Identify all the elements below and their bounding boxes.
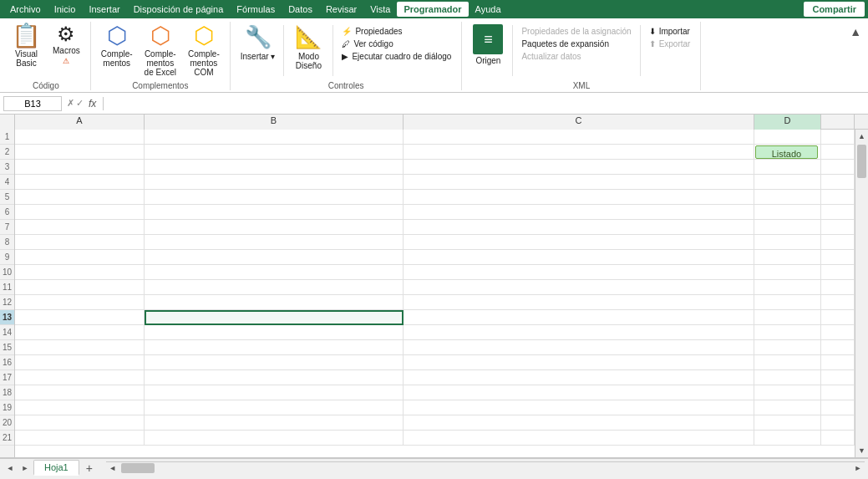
cell-reference-input[interactable] [3,96,62,111]
cell-C8[interactable] [404,235,754,249]
menu-datos[interactable]: Datos [282,2,319,17]
cell-extra-21[interactable] [821,431,855,445]
cell-C1[interactable] [404,130,754,145]
cell-D15[interactable] [754,340,821,354]
cell-B2[interactable] [145,145,404,160]
col-header-A[interactable]: A [15,115,145,130]
row-num-5[interactable]: 5 [0,190,14,205]
row-num-17[interactable]: 17 [0,370,14,385]
scrollbar-up-button[interactable]: ▲ [855,130,868,143]
cell-extra-8[interactable] [821,235,855,249]
ejecutar-button[interactable]: ▶ Ejecutar cuadro de diálogo [337,50,456,63]
share-button[interactable]: Compartir [804,2,865,17]
cell-D8[interactable] [754,235,821,249]
macros-button[interactable]: ⚙ Macros ⚠ [48,22,85,68]
cell-extra-3[interactable] [821,160,855,174]
scrollbar-down-button[interactable]: ▼ [855,444,868,457]
cell-extra-6[interactable] [821,205,855,219]
cell-D20[interactable] [754,415,821,430]
cell-B17[interactable] [145,370,404,385]
cell-A19[interactable] [15,400,145,415]
ribbon-collapse-button[interactable]: ▲ [846,23,865,40]
cell-extra-13[interactable] [821,310,855,325]
cell-C19[interactable] [404,400,754,415]
cell-extra-20[interactable] [821,415,855,430]
row-num-12[interactable]: 12 [0,295,14,310]
cell-C20[interactable] [404,415,754,430]
menu-insertar[interactable]: Insertar [82,2,126,17]
sheet-tab-hoja1[interactable]: Hoja1 [33,460,79,476]
cell-extra-2[interactable] [821,145,855,160]
cell-B14[interactable] [145,325,404,339]
row-num-10[interactable]: 10 [0,265,14,280]
h-scroll-left-button[interactable]: ◄ [106,462,119,475]
cell-C6[interactable] [404,205,754,219]
cell-D21[interactable] [754,431,821,445]
row-num-4[interactable]: 4 [0,175,14,190]
cell-A9[interactable] [15,250,145,264]
cell-A3[interactable] [15,160,145,174]
cell-A13[interactable] [15,310,145,325]
cell-C18[interactable] [404,385,754,400]
row-num-19[interactable]: 19 [0,400,14,415]
propiedades-button[interactable]: ⚡ Propiedades [337,25,456,38]
cell-A12[interactable] [15,295,145,309]
cell-A10[interactable] [15,265,145,279]
col-header-B[interactable]: B [145,115,404,130]
cell-D12[interactable] [754,295,821,309]
cell-C15[interactable] [404,340,754,354]
cell-extra-14[interactable] [821,325,855,339]
cell-A15[interactable] [15,340,145,354]
cell-extra-1[interactable] [821,130,855,145]
row-num-13[interactable]: 13 [0,310,14,325]
cell-D19[interactable] [754,400,821,415]
cell-D16[interactable] [754,355,821,369]
row-num-3[interactable]: 3 [0,160,14,175]
vertical-scrollbar[interactable]: ▲ ▼ [855,130,868,457]
cell-D5[interactable] [754,190,821,204]
paquetes-expansion-button[interactable]: Paquetes de expansión [516,38,636,50]
cell-B7[interactable] [145,220,404,234]
importar-button[interactable]: ⬇ Importar [644,25,696,38]
cell-B21[interactable] [145,431,404,445]
row-num-8[interactable]: 8 [0,235,14,250]
row-num-9[interactable]: 9 [0,250,14,265]
cell-extra-9[interactable] [821,250,855,264]
cell-D18[interactable] [754,385,821,400]
row-num-1[interactable]: 1 [0,130,14,145]
cell-C17[interactable] [404,370,754,385]
row-num-14[interactable]: 14 [0,325,14,340]
cell-A5[interactable] [15,190,145,204]
complementos-excel-button[interactable]: ⬡ Comple-mentosde Excel [140,22,181,79]
cell-extra-11[interactable] [821,280,855,294]
cell-extra-10[interactable] [821,265,855,279]
cell-D11[interactable] [754,280,821,294]
cell-D9[interactable] [754,250,821,264]
col-header-C[interactable]: C [404,115,754,130]
cell-A20[interactable] [15,415,145,430]
complementos-button[interactable]: ⬡ Comple-mentos [96,22,138,70]
cell-B9[interactable] [145,250,404,264]
cell-C9[interactable] [404,250,754,264]
cell-D10[interactable] [754,265,821,279]
horizontal-scrollbar[interactable]: ◄ ► [106,461,865,475]
cell-A21[interactable] [15,431,145,445]
menu-ayuda[interactable]: Ayuda [469,2,508,17]
h-scroll-right-button[interactable]: ► [851,462,865,475]
cell-B4[interactable] [145,175,404,189]
menu-inicio[interactable]: Inicio [48,2,83,17]
cell-B10[interactable] [145,265,404,279]
cell-extra-5[interactable] [821,190,855,204]
confirm-formula-icon[interactable]: ✓ [76,98,84,109]
cell-A11[interactable] [15,280,145,294]
cell-C7[interactable] [404,220,754,234]
cell-D6[interactable] [754,205,821,219]
cell-C4[interactable] [404,175,754,189]
row-num-11[interactable]: 11 [0,280,14,295]
cell-C21[interactable] [404,431,754,445]
cell-A8[interactable] [15,235,145,249]
cell-extra-12[interactable] [821,295,855,309]
cell-C2[interactable] [404,145,754,160]
cell-B12[interactable] [145,295,404,309]
cell-A1[interactable] [15,130,145,145]
